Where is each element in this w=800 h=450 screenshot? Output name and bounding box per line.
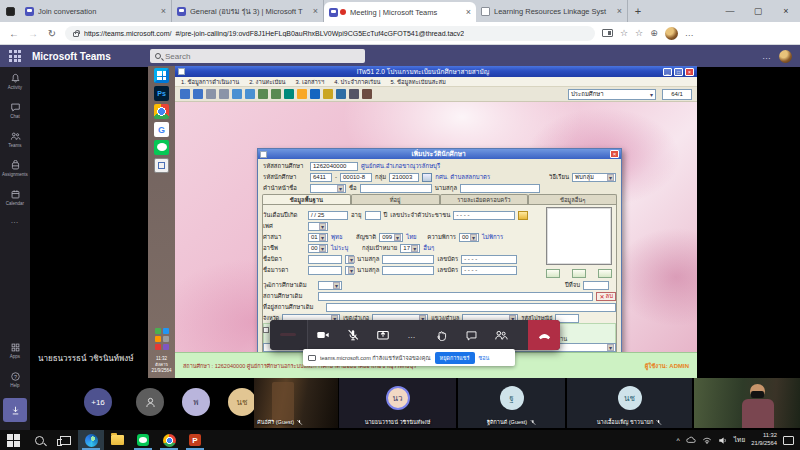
education-level-select[interactable]: ประถมศึกษา▾ — [568, 89, 656, 100]
app-close-button[interactable]: × — [685, 68, 694, 76]
toolbar-icon[interactable] — [297, 89, 307, 99]
sidebar-item-assignments[interactable]: Assignments — [0, 154, 30, 183]
disability-select[interactable]: 00▾ — [459, 233, 479, 242]
toolbar-icon[interactable] — [362, 89, 372, 99]
toolbar-icon[interactable] — [271, 89, 281, 99]
participant-avatar-initial[interactable]: พ — [182, 388, 210, 416]
tab-other-info[interactable]: ข้อมูลอื่นๆ — [528, 194, 617, 204]
tab-close-icon[interactable]: × — [161, 7, 166, 16]
tab-basic-info[interactable]: ข้อมูลพื้นฐาน — [262, 194, 351, 204]
target-group-select[interactable]: 17▾ — [400, 244, 420, 253]
minimize-button[interactable]: — — [716, 0, 744, 22]
teams-profile-avatar[interactable] — [779, 50, 792, 63]
start-button[interactable] — [0, 430, 26, 450]
menu-item[interactable]: 2. งานทะเบียน — [249, 77, 285, 87]
tab-actions-icon[interactable] — [0, 0, 20, 22]
father-surname-field[interactable] — [382, 255, 434, 264]
dual-program-checkbox[interactable] — [263, 327, 269, 333]
forward-icon[interactable]: → — [27, 28, 39, 39]
tab-close-icon[interactable]: × — [313, 7, 318, 16]
app-maximize-button[interactable]: □ — [674, 68, 683, 76]
collections-icon[interactable]: ☆ — [635, 28, 643, 38]
toolbar-icon[interactable] — [310, 89, 320, 99]
tray-expand-icon[interactable]: ^ — [677, 437, 680, 444]
camera-toggle-button[interactable] — [308, 328, 338, 342]
toolbar-icon[interactable] — [219, 89, 229, 99]
prev-school-address-field[interactable] — [326, 303, 616, 312]
mic-toggle-button[interactable] — [338, 328, 368, 342]
photo-load-button[interactable] — [546, 269, 560, 278]
action-center-icon[interactable] — [783, 436, 794, 445]
line-app-icon[interactable] — [154, 140, 169, 155]
taskbar-explorer-icon[interactable] — [104, 430, 130, 450]
menu-item[interactable]: 3. เอกสารฯ — [296, 77, 325, 87]
search-input[interactable] — [165, 52, 360, 61]
app-minimize-button[interactable]: _ — [663, 68, 672, 76]
registry-app-icon[interactable] — [154, 158, 169, 173]
participant-tile-avatar[interactable]: นว นายธนวรรธน์ วชิรนินท์พงษ์ — [339, 378, 456, 428]
task-view-button[interactable] — [52, 430, 78, 450]
participant-tile-avatar[interactable]: ฐ ฐิติกานต์ (Guest) — [458, 378, 565, 428]
participant-avatar-anonymous[interactable] — [136, 388, 164, 416]
sidebar-item-teams[interactable]: Teams — [0, 125, 30, 154]
delete-prev-school-button[interactable]: ✕ลบ — [596, 292, 616, 301]
toolbar-icon[interactable] — [180, 89, 190, 99]
share-screen-button[interactable] — [368, 328, 398, 342]
mother-prefix-select[interactable]: ▾ — [345, 266, 354, 275]
taskbar-search-button[interactable] — [26, 430, 52, 450]
taskbar-powerpoint-icon[interactable]: P — [182, 430, 208, 450]
tab-family-details[interactable]: รายละเอียดครอบครัว — [440, 194, 529, 204]
tab-close-icon[interactable]: × — [466, 8, 471, 17]
father-prefix-select[interactable]: ▾ — [345, 255, 354, 264]
app-launcher-icon[interactable] — [0, 50, 30, 62]
participant-avatar-initial[interactable]: นช — [228, 388, 256, 416]
toolbar-icon[interactable] — [258, 89, 268, 99]
tab-close-icon[interactable]: × — [617, 7, 622, 16]
raise-hand-button[interactable] — [426, 329, 456, 342]
tray-icon[interactable] — [155, 344, 161, 350]
id-card-reader-button[interactable] — [518, 211, 528, 220]
mother-name-field[interactable] — [308, 266, 342, 275]
volume-tray-icon[interactable] — [718, 436, 728, 445]
father-name-field[interactable] — [308, 255, 342, 264]
sidebar-item-activity[interactable]: Activity — [0, 67, 30, 96]
method-select[interactable]: พบกลุ่ม▾ — [572, 173, 616, 182]
mother-idcard-field[interactable]: - - - - — [461, 266, 517, 275]
toolbar-icon[interactable] — [284, 89, 294, 99]
close-button[interactable]: × — [772, 0, 800, 22]
refresh-icon[interactable]: ↻ — [46, 28, 58, 39]
toolbar-icon[interactable] — [336, 89, 346, 99]
google-icon[interactable]: G — [154, 122, 169, 137]
grad-year-field[interactable] — [583, 281, 609, 290]
student-code-field-1[interactable]: 6411 — [310, 173, 332, 182]
photoshop-icon[interactable]: Ps — [154, 86, 169, 101]
toolbar-icon[interactable] — [193, 89, 203, 99]
network-tray-icon[interactable] — [702, 436, 712, 445]
overflow-participants-badge[interactable]: +16 — [84, 388, 112, 416]
taskbar-edge-icon[interactable] — [78, 430, 104, 450]
more-actions-button[interactable]: … — [398, 331, 426, 340]
occupation-select[interactable]: 00▾ — [308, 244, 328, 253]
group-search-button[interactable] — [422, 173, 432, 182]
extensions-icon[interactable]: ⊕ — [650, 28, 658, 38]
father-idcard-field[interactable]: - - - - — [461, 255, 517, 264]
mother-surname-field[interactable] — [382, 266, 434, 275]
tab-general-channel[interactable]: General (อบรม รุ่น 3) | Microsoft T × — [172, 0, 324, 22]
tab-learning-resources[interactable]: Learning Resources Linkage Syst × — [476, 0, 628, 22]
tab-join-conversation[interactable]: Join conversation × — [20, 0, 172, 22]
browser-profile-avatar[interactable] — [665, 27, 678, 40]
toolbar-icon[interactable] — [232, 89, 242, 99]
dialog-close-button[interactable]: × — [610, 150, 619, 158]
firstname-field[interactable] — [360, 184, 432, 193]
group-code-field[interactable]: 210003 — [389, 173, 419, 182]
participant-tile-video[interactable]: คันธ์ศิริ (Guest) — [254, 378, 338, 428]
photo-camera-button[interactable] — [572, 269, 586, 278]
citizen-id-field[interactable]: - - - - — [453, 211, 515, 220]
prefix-select[interactable]: ▾ — [310, 184, 346, 193]
taskbar-clock[interactable]: 11:32 21/9/2564 — [751, 432, 777, 447]
download-desktop-app-button[interactable] — [3, 398, 27, 422]
chrome-icon[interactable] — [154, 104, 169, 119]
back-icon[interactable]: ← — [8, 28, 20, 39]
prev-school-field[interactable] — [318, 292, 593, 301]
participant-tile-video[interactable] — [694, 378, 800, 428]
